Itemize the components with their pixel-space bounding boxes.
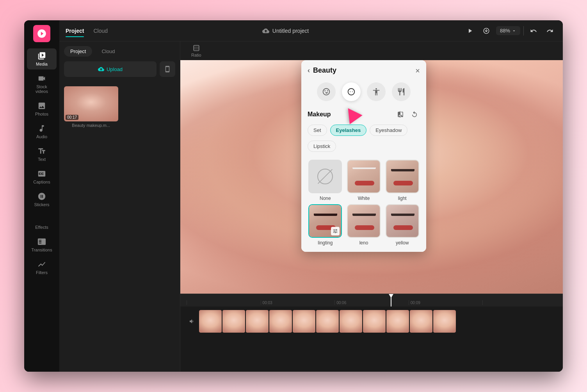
tab-project[interactable]: Project — [66, 26, 84, 36]
makeup-item-yellow[interactable]: yellow — [384, 204, 420, 246]
face-thumb-leno — [348, 205, 380, 237]
lash-white — [352, 167, 376, 169]
makeup-item-light[interactable]: light — [384, 160, 420, 201]
time-mark-4 — [482, 300, 557, 305]
play-btn[interactable] — [463, 24, 477, 37]
makeup-label-yellow: yellow — [396, 240, 409, 246]
sidebar-item-captions[interactable]: Captions — [27, 166, 57, 187]
effects-icon — [37, 215, 46, 223]
beauty-section: Makeup — [301, 106, 426, 160]
stock-videos-icon — [37, 74, 46, 83]
ratio-label: Ratio — [191, 53, 201, 57]
chevron-down-icon — [512, 29, 516, 33]
beauty-tab-makeup[interactable] — [342, 82, 361, 101]
reset-btn[interactable] — [409, 109, 420, 120]
sidebar-filters-label: Filters — [36, 270, 48, 275]
device-button[interactable] — [160, 61, 175, 77]
makeup-thumb-light[interactable] — [386, 160, 419, 193]
redo-btn[interactable] — [543, 24, 557, 37]
sidebar-item-effects[interactable]: Effects — [27, 212, 57, 233]
app-logo — [33, 25, 50, 42]
lash-yellow — [391, 214, 414, 216]
lash-light — [391, 169, 414, 171]
filter-eyeshadow[interactable]: Eyeshadow — [370, 125, 407, 136]
makeup-thumb-lingting[interactable] — [308, 204, 342, 238]
media-thumb[interactable]: 00:17 — [64, 86, 118, 121]
ratio-tool[interactable]: Ratio — [187, 43, 206, 59]
makeup-item-leno[interactable]: leno — [346, 204, 382, 246]
makeup-item-none[interactable]: None — [308, 160, 343, 201]
sidebar-item-transitions[interactable]: Transitions — [27, 234, 57, 255]
media-filename: Beauty makeup.m... — [64, 123, 118, 128]
beauty-title-row: ‹ Beauty — [308, 66, 336, 75]
makeup-item-lingting[interactable]: lingting — [308, 204, 343, 246]
makeup-thumb-none[interactable] — [308, 160, 342, 193]
filter-lipstick[interactable]: Lipstick — [308, 141, 336, 152]
redo-icon — [546, 27, 553, 34]
app-container: Media Stock videos Photos Audio Text — [24, 20, 563, 372]
sidebar-photos-label: Photos — [35, 112, 48, 116]
cloud-upload-icon — [262, 27, 269, 34]
track-thumb-4 — [269, 310, 292, 333]
svg-rect-0 — [194, 45, 199, 51]
track-thumb-strip[interactable] — [199, 310, 456, 333]
filters-icon — [37, 260, 46, 269]
panel-tab-cloud[interactable]: Cloud — [95, 46, 121, 57]
tab-cloud[interactable]: Cloud — [93, 26, 108, 36]
sidebar-item-stickers[interactable]: Stickers — [27, 189, 57, 210]
timeline-marks: 00:03 00:06 00:09 — [187, 294, 557, 306]
hand-btn[interactable] — [480, 24, 493, 37]
undo-btn[interactable] — [527, 24, 540, 37]
media-icon — [37, 52, 46, 60]
track-thumb-2 — [222, 310, 245, 333]
upload-button[interactable]: Upload — [64, 61, 157, 77]
beauty-header: ‹ Beauty × — [301, 60, 426, 79]
none-icon — [317, 169, 333, 184]
track-thumb-7 — [340, 310, 362, 333]
reset-icon — [411, 111, 418, 118]
sidebar-item-media[interactable]: Media — [27, 48, 57, 69]
makeup-items-grid: None White — [301, 160, 426, 252]
top-bar-right: 88% — [463, 24, 557, 37]
edit-overlay — [331, 227, 340, 235]
project-name: Untitled project — [272, 28, 309, 34]
makeup-item-white[interactable]: White — [346, 160, 382, 201]
sidebar-item-photos[interactable]: Photos — [27, 98, 57, 119]
media-duration: 00:17 — [66, 115, 78, 120]
makeup-thumb-yellow[interactable] — [386, 204, 419, 238]
makeup-label-lingting: lingting — [318, 240, 333, 246]
makeup-thumb-leno[interactable] — [347, 204, 381, 238]
filter-eyelashes[interactable]: Eyelashes — [330, 125, 367, 136]
beauty-tab-body[interactable] — [367, 82, 386, 101]
time-mark-0 — [187, 300, 261, 305]
left-panel: Project Cloud Upload — [59, 41, 180, 372]
lip-white-item — [355, 181, 374, 185]
lash-leno — [352, 214, 376, 216]
sidebar-captions-label: Captions — [33, 180, 50, 184]
sidebar-item-filters[interactable]: Filters — [27, 257, 57, 278]
filter-set[interactable]: Set — [308, 125, 327, 136]
panel-tab-project[interactable]: Project — [64, 46, 92, 57]
compare-icon — [397, 111, 404, 118]
makeup-label-white: White — [358, 196, 370, 201]
beauty-section-header: Makeup — [308, 109, 420, 120]
sidebar-item-text[interactable]: Text — [27, 144, 57, 165]
volume-icon[interactable] — [187, 316, 197, 327]
sidebar-item-stock-videos[interactable]: Stock videos — [27, 71, 57, 97]
lip-light — [393, 181, 413, 185]
sidebar-audio-label: Audio — [36, 134, 47, 139]
media-item[interactable]: 00:17 Beauty makeup.m... — [64, 86, 118, 128]
time-mark-2: 00:06 — [334, 300, 409, 305]
makeup-filter-row: Set Eyelashes Eyeshadow — [308, 125, 420, 136]
playhead[interactable] — [391, 294, 391, 306]
compare-btn[interactable] — [395, 109, 406, 120]
beauty-close-btn[interactable]: × — [415, 67, 420, 75]
sidebar-item-audio[interactable]: Audio — [27, 121, 57, 142]
toolbar-divider — [523, 26, 524, 36]
beauty-back-btn[interactable]: ‹ — [308, 66, 310, 75]
beauty-title: Beauty — [313, 66, 336, 75]
zoom-control[interactable]: 88% — [496, 26, 520, 35]
beauty-tab-face[interactable] — [317, 82, 336, 101]
makeup-thumb-white[interactable] — [347, 160, 381, 193]
beauty-tab-skin[interactable] — [392, 82, 411, 101]
